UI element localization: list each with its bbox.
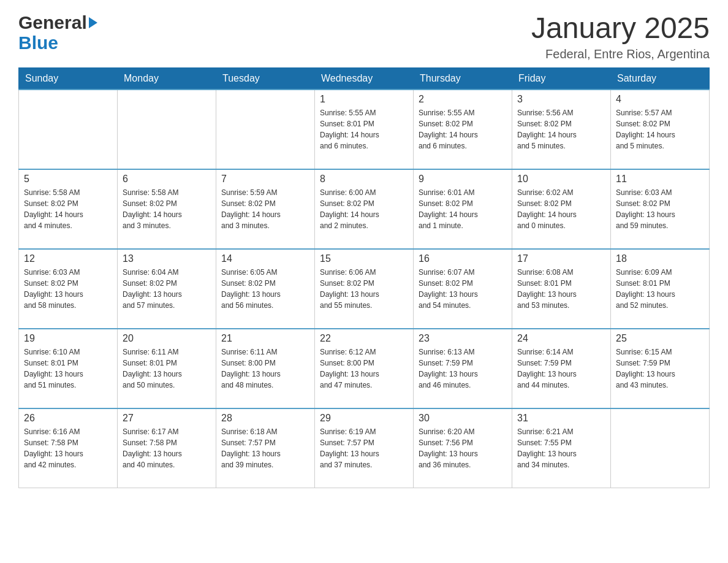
day-number: 7 (221, 174, 309, 185)
calendar-week-1: 1Sunrise: 5:55 AM Sunset: 8:01 PM Daylig… (19, 90, 710, 169)
day-info: Sunrise: 6:11 AM Sunset: 8:00 PM Dayligh… (221, 347, 309, 391)
day-info: Sunrise: 6:17 AM Sunset: 7:58 PM Dayligh… (123, 426, 211, 470)
calendar-cell: 4Sunrise: 5:57 AM Sunset: 8:02 PM Daylig… (611, 90, 710, 169)
day-number: 21 (221, 333, 309, 344)
day-info: Sunrise: 6:16 AM Sunset: 7:58 PM Dayligh… (24, 426, 112, 470)
calendar-cell: 6Sunrise: 5:58 AM Sunset: 8:02 PM Daylig… (118, 169, 216, 249)
day-number: 9 (419, 174, 507, 185)
day-number: 24 (517, 333, 605, 344)
day-header-friday: Friday (512, 67, 611, 90)
calendar-cell: 5Sunrise: 5:58 AM Sunset: 8:02 PM Daylig… (19, 169, 118, 249)
calendar-cell: 25Sunrise: 6:15 AM Sunset: 7:59 PM Dayli… (611, 329, 710, 408)
day-info: Sunrise: 6:09 AM Sunset: 8:01 PM Dayligh… (616, 267, 704, 311)
calendar-cell: 18Sunrise: 6:09 AM Sunset: 8:01 PM Dayli… (611, 249, 710, 329)
calendar-cell: 17Sunrise: 6:08 AM Sunset: 8:01 PM Dayli… (512, 249, 611, 329)
day-number: 22 (320, 333, 408, 344)
day-info: Sunrise: 6:11 AM Sunset: 8:01 PM Dayligh… (123, 347, 211, 391)
calendar-cell (118, 90, 216, 169)
month-title: January 2025 (531, 12, 710, 45)
calendar-cell: 1Sunrise: 5:55 AM Sunset: 8:01 PM Daylig… (315, 90, 414, 169)
day-number: 29 (320, 413, 408, 424)
calendar-cell (611, 408, 710, 488)
calendar-cell: 12Sunrise: 6:03 AM Sunset: 8:02 PM Dayli… (19, 249, 118, 329)
calendar-cell: 11Sunrise: 6:03 AM Sunset: 8:02 PM Dayli… (611, 169, 710, 249)
day-info: Sunrise: 6:13 AM Sunset: 7:59 PM Dayligh… (419, 347, 507, 391)
day-info: Sunrise: 6:03 AM Sunset: 8:02 PM Dayligh… (616, 187, 704, 231)
calendar-cell: 10Sunrise: 6:02 AM Sunset: 8:02 PM Dayli… (512, 169, 611, 249)
calendar-cell: 24Sunrise: 6:14 AM Sunset: 7:59 PM Dayli… (512, 329, 611, 408)
day-info: Sunrise: 5:59 AM Sunset: 8:02 PM Dayligh… (221, 187, 309, 231)
calendar-cell: 7Sunrise: 5:59 AM Sunset: 8:02 PM Daylig… (216, 169, 315, 249)
calendar-cell: 22Sunrise: 6:12 AM Sunset: 8:00 PM Dayli… (315, 329, 414, 408)
day-info: Sunrise: 5:57 AM Sunset: 8:02 PM Dayligh… (616, 107, 704, 151)
day-number: 27 (123, 413, 211, 424)
calendar-cell: 2Sunrise: 5:55 AM Sunset: 8:02 PM Daylig… (414, 90, 512, 169)
calendar-cell: 26Sunrise: 6:16 AM Sunset: 7:58 PM Dayli… (19, 408, 118, 488)
calendar-cell (216, 90, 315, 169)
day-number: 8 (320, 174, 408, 185)
day-info: Sunrise: 6:10 AM Sunset: 8:01 PM Dayligh… (24, 347, 112, 391)
day-info: Sunrise: 6:07 AM Sunset: 8:02 PM Dayligh… (419, 267, 507, 311)
calendar-week-2: 5Sunrise: 5:58 AM Sunset: 8:02 PM Daylig… (19, 169, 710, 249)
calendar-cell: 23Sunrise: 6:13 AM Sunset: 7:59 PM Dayli… (414, 329, 512, 408)
day-header-wednesday: Wednesday (315, 67, 414, 90)
page-header: General Blue January 2025 Federal, Entre… (18, 12, 710, 61)
location-text: Federal, Entre Rios, Argentina (531, 47, 710, 61)
day-number: 4 (616, 94, 704, 105)
day-info: Sunrise: 6:15 AM Sunset: 7:59 PM Dayligh… (616, 347, 704, 391)
logo-general-text: General (18, 12, 97, 33)
calendar-week-3: 12Sunrise: 6:03 AM Sunset: 8:02 PM Dayli… (19, 249, 710, 329)
day-info: Sunrise: 5:58 AM Sunset: 8:02 PM Dayligh… (123, 187, 211, 231)
calendar-table: SundayMondayTuesdayWednesdayThursdayFrid… (18, 67, 710, 489)
logo: General Blue (18, 12, 97, 53)
logo-blue-text: Blue (18, 33, 97, 53)
day-number: 17 (517, 253, 605, 264)
day-info: Sunrise: 5:56 AM Sunset: 8:02 PM Dayligh… (517, 107, 605, 151)
day-info: Sunrise: 5:55 AM Sunset: 8:01 PM Dayligh… (320, 107, 408, 151)
calendar-header-row: SundayMondayTuesdayWednesdayThursdayFrid… (19, 67, 710, 90)
day-number: 23 (419, 333, 507, 344)
calendar-cell: 30Sunrise: 6:20 AM Sunset: 7:56 PM Dayli… (414, 408, 512, 488)
day-number: 25 (616, 333, 704, 344)
day-info: Sunrise: 6:06 AM Sunset: 8:02 PM Dayligh… (320, 267, 408, 311)
calendar-cell: 13Sunrise: 6:04 AM Sunset: 8:02 PM Dayli… (118, 249, 216, 329)
day-info: Sunrise: 6:05 AM Sunset: 8:02 PM Dayligh… (221, 267, 309, 311)
day-info: Sunrise: 6:01 AM Sunset: 8:02 PM Dayligh… (419, 187, 507, 231)
day-number: 13 (123, 253, 211, 264)
calendar-cell: 19Sunrise: 6:10 AM Sunset: 8:01 PM Dayli… (19, 329, 118, 408)
day-info: Sunrise: 6:00 AM Sunset: 8:02 PM Dayligh… (320, 187, 408, 231)
day-number: 30 (419, 413, 507, 424)
day-number: 20 (123, 333, 211, 344)
day-number: 10 (517, 174, 605, 185)
day-info: Sunrise: 6:04 AM Sunset: 8:02 PM Dayligh… (123, 267, 211, 311)
day-info: Sunrise: 6:03 AM Sunset: 8:02 PM Dayligh… (24, 267, 112, 311)
day-header-monday: Monday (118, 67, 216, 90)
calendar-cell: 3Sunrise: 5:56 AM Sunset: 8:02 PM Daylig… (512, 90, 611, 169)
day-info: Sunrise: 6:20 AM Sunset: 7:56 PM Dayligh… (419, 426, 507, 470)
day-info: Sunrise: 6:08 AM Sunset: 8:01 PM Dayligh… (517, 267, 605, 311)
day-number: 26 (24, 413, 112, 424)
calendar-cell: 14Sunrise: 6:05 AM Sunset: 8:02 PM Dayli… (216, 249, 315, 329)
calendar-cell: 16Sunrise: 6:07 AM Sunset: 8:02 PM Dayli… (414, 249, 512, 329)
day-number: 11 (616, 174, 704, 185)
day-number: 28 (221, 413, 309, 424)
day-info: Sunrise: 5:55 AM Sunset: 8:02 PM Dayligh… (419, 107, 507, 151)
title-section: January 2025 Federal, Entre Rios, Argent… (531, 12, 710, 61)
day-header-thursday: Thursday (414, 67, 512, 90)
day-number: 31 (517, 413, 605, 424)
day-header-tuesday: Tuesday (216, 67, 315, 90)
day-header-sunday: Sunday (19, 67, 118, 90)
day-info: Sunrise: 6:18 AM Sunset: 7:57 PM Dayligh… (221, 426, 309, 470)
day-number: 2 (419, 94, 507, 105)
day-number: 19 (24, 333, 112, 344)
calendar-cell: 27Sunrise: 6:17 AM Sunset: 7:58 PM Dayli… (118, 408, 216, 488)
day-number: 1 (320, 94, 408, 105)
calendar-cell: 28Sunrise: 6:18 AM Sunset: 7:57 PM Dayli… (216, 408, 315, 488)
day-info: Sunrise: 6:12 AM Sunset: 8:00 PM Dayligh… (320, 347, 408, 391)
day-number: 16 (419, 253, 507, 264)
calendar-week-4: 19Sunrise: 6:10 AM Sunset: 8:01 PM Dayli… (19, 329, 710, 408)
calendar-cell: 8Sunrise: 6:00 AM Sunset: 8:02 PM Daylig… (315, 169, 414, 249)
logo-arrow-icon (89, 17, 97, 28)
day-info: Sunrise: 5:58 AM Sunset: 8:02 PM Dayligh… (24, 187, 112, 231)
calendar-cell: 20Sunrise: 6:11 AM Sunset: 8:01 PM Dayli… (118, 329, 216, 408)
